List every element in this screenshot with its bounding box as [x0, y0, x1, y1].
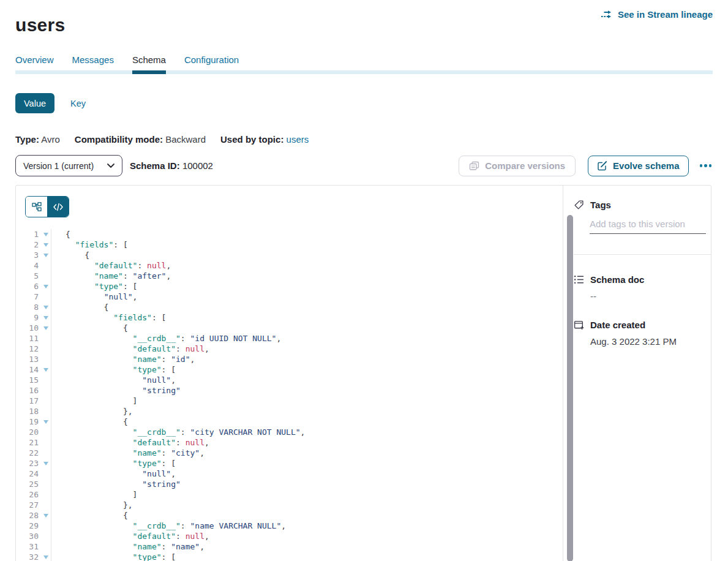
code-line: 10 {	[16, 323, 563, 333]
fold-gutter	[39, 260, 51, 271]
fold-toggle-icon[interactable]	[39, 416, 51, 427]
line-number: 13	[16, 354, 39, 364]
fold-toggle-icon[interactable]	[39, 364, 51, 375]
fold-toggle-icon[interactable]	[39, 229, 51, 239]
code-line: 23 "type": [	[16, 458, 563, 469]
code-view-icon	[53, 202, 63, 212]
fold-gutter	[39, 521, 51, 531]
line-number: 30	[16, 531, 39, 541]
compatibility-label: Compatibility mode:	[75, 134, 163, 145]
fold-toggle-icon[interactable]	[39, 250, 51, 260]
fold-toggle-icon[interactable]	[39, 312, 51, 323]
fold-gutter	[39, 469, 51, 479]
code-line: 27 },	[16, 500, 563, 510]
value-toggle-button[interactable]: Value	[15, 93, 54, 113]
fold-gutter	[39, 375, 51, 385]
code-text: },	[51, 406, 133, 416]
chevron-down-icon	[107, 164, 114, 168]
code-text: "default": null,	[51, 260, 171, 271]
line-number: 14	[16, 364, 39, 375]
add-tags-input[interactable]	[590, 219, 706, 234]
code-text: "null",	[51, 375, 176, 385]
code-line: 1{	[16, 229, 563, 239]
line-number: 4	[16, 260, 39, 271]
tab-overview[interactable]: Overview	[15, 55, 54, 65]
code-text: "type": [	[51, 458, 176, 469]
code-line: 17 ]	[16, 396, 563, 406]
line-number: 7	[16, 292, 39, 302]
line-number: 5	[16, 271, 39, 281]
fold-gutter	[39, 396, 51, 406]
code-text: "default": null,	[51, 531, 209, 541]
line-number: 1	[16, 229, 39, 239]
schema-panel: 1{2 "fields": [3 {4 "default": null,5 "n…	[15, 185, 711, 561]
code-line: 8 {	[16, 302, 563, 312]
line-number: 28	[16, 510, 39, 521]
code-line: 26 ]	[16, 489, 563, 500]
code-line: 4 "default": null,	[16, 260, 563, 271]
fold-gutter	[39, 500, 51, 510]
line-number: 11	[16, 333, 39, 344]
code-line: 18 },	[16, 406, 563, 416]
fold-gutter	[39, 271, 51, 281]
ellipsis-icon	[700, 164, 703, 167]
code-text: "name": "id",	[51, 354, 195, 364]
evolve-schema-button[interactable]: Evolve schema	[588, 156, 688, 176]
tab-schema[interactable]: Schema	[132, 55, 166, 65]
schema-doc-title: Schema doc	[590, 274, 644, 285]
code-line: 11 "__crdb__": "id UUID NOT NULL",	[16, 333, 563, 344]
code-editor[interactable]: 1{2 "fields": [3 {4 "default": null,5 "n…	[16, 229, 563, 561]
code-line: 9 "fields": [	[16, 312, 563, 323]
code-text: {	[51, 250, 89, 260]
edit-pencil-icon	[597, 160, 607, 171]
code-line: 30 "default": null,	[16, 531, 563, 541]
fold-toggle-icon[interactable]	[39, 458, 51, 469]
code-line: 19 {	[16, 416, 563, 427]
code-text: "fields": [	[51, 312, 166, 323]
fold-toggle-icon[interactable]	[39, 323, 51, 333]
more-options-button[interactable]	[699, 160, 713, 171]
tree-view-button[interactable]	[26, 197, 47, 217]
code-text: "type": [	[51, 552, 176, 561]
code-line: 13 "name": "id",	[16, 354, 563, 364]
code-line: 7 "null",	[16, 292, 563, 302]
line-number: 24	[16, 469, 39, 479]
fold-gutter	[39, 292, 51, 302]
key-toggle-link[interactable]: Key	[70, 99, 86, 108]
line-number: 27	[16, 500, 39, 510]
type-label: Type:	[15, 134, 39, 145]
topic-link[interactable]: users	[287, 134, 309, 145]
code-view-button[interactable]	[47, 197, 69, 217]
code-text: "default": null,	[51, 437, 209, 448]
fold-toggle-icon[interactable]	[39, 239, 51, 250]
code-text: "type": [	[51, 364, 176, 375]
code-line: 6 "type": [	[16, 281, 563, 292]
fold-toggle-icon[interactable]	[39, 552, 51, 561]
code-text: "name": "after",	[51, 271, 171, 281]
fold-toggle-icon[interactable]	[39, 302, 51, 312]
code-text: "type": [	[51, 281, 137, 292]
code-text: {	[51, 510, 128, 521]
schema-doc-value: --	[590, 291, 702, 301]
compatibility-value: Backward	[165, 134, 206, 145]
version-select[interactable]: Version 1 (current)	[15, 155, 122, 176]
line-number: 3	[16, 250, 39, 260]
tab-configuration[interactable]: Configuration	[184, 55, 239, 65]
stream-lineage-link[interactable]: See in Stream lineage	[601, 9, 713, 20]
fold-toggle-icon[interactable]	[39, 510, 51, 521]
line-number: 16	[16, 385, 39, 396]
tab-messages[interactable]: Messages	[72, 55, 114, 65]
code-text: ]	[51, 489, 137, 500]
code-text: "__crdb__": "name VARCHAR NULL",	[51, 521, 286, 531]
code-line: 28 {	[16, 510, 563, 521]
code-line: 31 "name": "name",	[16, 541, 563, 552]
list-icon	[574, 274, 584, 285]
line-number: 26	[16, 489, 39, 500]
code-line: 12 "default": null,	[16, 344, 563, 354]
compare-versions-button[interactable]: Compare versions	[459, 156, 576, 176]
fold-toggle-icon[interactable]	[39, 281, 51, 292]
versions-copy-icon	[469, 161, 479, 171]
code-text: "null",	[51, 469, 176, 479]
code-text: {	[51, 416, 128, 427]
schema-sidebar: Tags Schema doc --	[563, 186, 711, 561]
